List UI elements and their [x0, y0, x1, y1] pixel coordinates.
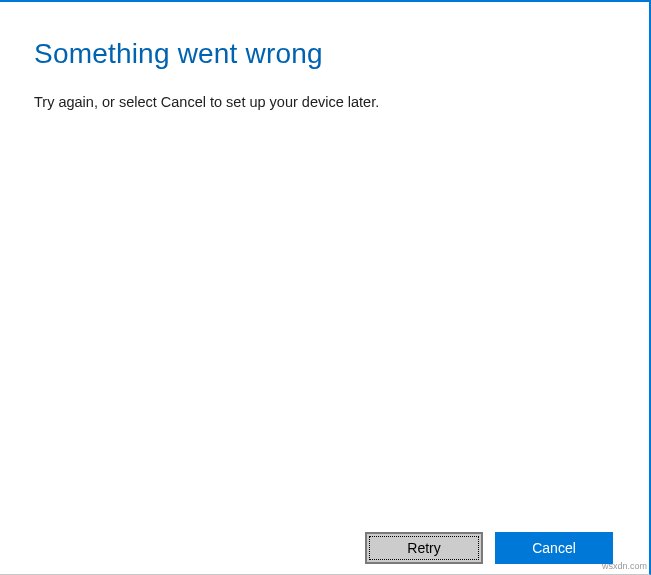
error-dialog: Something went wrong Try again, or selec… — [0, 0, 651, 575]
retry-button[interactable]: Retry — [365, 532, 483, 564]
cancel-button[interactable]: Cancel — [495, 532, 613, 564]
dialog-button-row: Retry Cancel — [365, 532, 613, 564]
dialog-message: Try again, or select Cancel to set up yo… — [34, 92, 615, 112]
watermark-text: wsxdn.com — [602, 561, 647, 571]
dialog-title: Something went wrong — [34, 38, 615, 70]
